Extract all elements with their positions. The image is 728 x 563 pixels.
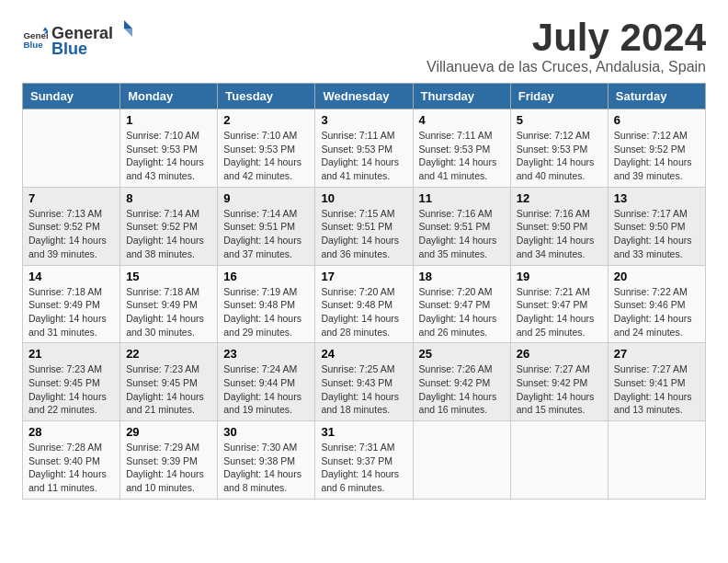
- calendar-cell: 15Sunrise: 7:18 AM Sunset: 9:49 PM Dayli…: [120, 265, 218, 343]
- day-number: 10: [321, 191, 406, 205]
- calendar-cell: 13Sunrise: 7:17 AM Sunset: 9:50 PM Dayli…: [608, 187, 705, 265]
- col-saturday: Saturday: [608, 84, 705, 109]
- day-number: 3: [321, 113, 406, 127]
- calendar-cell: 30Sunrise: 7:30 AM Sunset: 9:38 PM Dayli…: [218, 421, 315, 500]
- cell-info: Sunrise: 7:18 AM Sunset: 9:49 PM Dayligh…: [126, 285, 211, 339]
- cell-info: Sunrise: 7:12 AM Sunset: 9:53 PM Dayligh…: [517, 129, 602, 183]
- days-of-week-row: Sunday Monday Tuesday Wednesday Thursday…: [23, 84, 706, 109]
- day-number: 11: [419, 191, 505, 205]
- day-number: 5: [517, 113, 602, 127]
- day-number: 16: [223, 270, 309, 283]
- day-number: 25: [419, 347, 505, 361]
- day-number: 13: [614, 191, 700, 205]
- calendar-cell: 4Sunrise: 7:11 AM Sunset: 9:53 PM Daylig…: [413, 109, 510, 188]
- cell-info: Sunrise: 7:22 AM Sunset: 9:46 PM Dayligh…: [614, 285, 700, 339]
- cell-info: Sunrise: 7:27 AM Sunset: 9:42 PM Dayligh…: [517, 362, 602, 417]
- cell-info: Sunrise: 7:18 AM Sunset: 9:49 PM Dayligh…: [28, 285, 114, 339]
- cell-info: Sunrise: 7:28 AM Sunset: 9:40 PM Dayligh…: [28, 441, 114, 495]
- cell-info: Sunrise: 7:23 AM Sunset: 9:45 PM Dayligh…: [28, 362, 114, 417]
- calendar-body: 1Sunrise: 7:10 AM Sunset: 9:53 PM Daylig…: [23, 109, 706, 500]
- calendar-cell: 5Sunrise: 7:12 AM Sunset: 9:53 PM Daylig…: [510, 109, 608, 188]
- calendar-cell: 23Sunrise: 7:24 AM Sunset: 9:44 PM Dayli…: [218, 343, 315, 421]
- title-area: July 2024 Villanueva de las Cruces, Anda…: [427, 18, 706, 75]
- cell-info: Sunrise: 7:21 AM Sunset: 9:47 PM Dayligh…: [517, 285, 602, 339]
- calendar-header: Sunday Monday Tuesday Wednesday Thursday…: [23, 84, 706, 109]
- day-number: 9: [223, 191, 309, 205]
- calendar-cell: 17Sunrise: 7:20 AM Sunset: 9:48 PM Dayli…: [315, 265, 413, 343]
- day-number: 1: [126, 113, 211, 127]
- calendar-cell: 9Sunrise: 7:14 AM Sunset: 9:51 PM Daylig…: [218, 187, 315, 265]
- day-number: 18: [419, 270, 505, 283]
- cell-info: Sunrise: 7:20 AM Sunset: 9:47 PM Dayligh…: [419, 285, 505, 339]
- calendar-cell: 12Sunrise: 7:16 AM Sunset: 9:50 PM Dayli…: [510, 187, 608, 265]
- cell-info: Sunrise: 7:31 AM Sunset: 9:37 PM Dayligh…: [321, 441, 406, 495]
- cell-info: Sunrise: 7:12 AM Sunset: 9:52 PM Dayligh…: [614, 129, 700, 183]
- month-title: July 2024: [427, 18, 706, 57]
- col-wednesday: Wednesday: [315, 84, 413, 109]
- calendar-week-row: 14Sunrise: 7:18 AM Sunset: 9:49 PM Dayli…: [23, 265, 706, 343]
- cell-info: Sunrise: 7:29 AM Sunset: 9:39 PM Dayligh…: [126, 441, 211, 495]
- day-number: 21: [28, 347, 114, 361]
- cell-info: Sunrise: 7:11 AM Sunset: 9:53 PM Dayligh…: [419, 129, 505, 183]
- calendar-cell: 27Sunrise: 7:27 AM Sunset: 9:41 PM Dayli…: [608, 343, 705, 421]
- day-number: 28: [28, 425, 114, 439]
- cell-info: Sunrise: 7:14 AM Sunset: 9:51 PM Dayligh…: [223, 207, 309, 261]
- day-number: 24: [321, 347, 406, 361]
- day-number: 23: [223, 347, 309, 361]
- calendar-cell: 31Sunrise: 7:31 AM Sunset: 9:37 PM Dayli…: [315, 421, 413, 500]
- logo-flag-icon: [114, 18, 134, 39]
- col-friday: Friday: [510, 84, 608, 109]
- cell-info: Sunrise: 7:11 AM Sunset: 9:53 PM Dayligh…: [321, 129, 406, 183]
- cell-info: Sunrise: 7:16 AM Sunset: 9:50 PM Dayligh…: [517, 207, 602, 261]
- calendar-cell: 10Sunrise: 7:15 AM Sunset: 9:51 PM Dayli…: [315, 187, 413, 265]
- calendar-cell: 24Sunrise: 7:25 AM Sunset: 9:43 PM Dayli…: [315, 343, 413, 421]
- day-number: 12: [517, 191, 602, 205]
- svg-marker-4: [124, 20, 132, 29]
- cell-info: Sunrise: 7:10 AM Sunset: 9:53 PM Dayligh…: [223, 129, 309, 183]
- calendar-table: Sunday Monday Tuesday Wednesday Thursday…: [22, 83, 706, 500]
- col-thursday: Thursday: [413, 84, 510, 109]
- day-number: 8: [126, 191, 211, 205]
- cell-info: Sunrise: 7:19 AM Sunset: 9:48 PM Dayligh…: [223, 285, 309, 339]
- calendar-cell: 7Sunrise: 7:13 AM Sunset: 9:52 PM Daylig…: [23, 187, 120, 265]
- calendar-cell: 26Sunrise: 7:27 AM Sunset: 9:42 PM Dayli…: [510, 343, 608, 421]
- cell-info: Sunrise: 7:20 AM Sunset: 9:48 PM Dayligh…: [321, 285, 406, 339]
- calendar-cell: 11Sunrise: 7:16 AM Sunset: 9:51 PM Dayli…: [413, 187, 510, 265]
- location-subtitle: Villanueva de las Cruces, Andalusia, Spa…: [427, 59, 706, 75]
- day-number: 20: [614, 270, 700, 283]
- logo-icon: General Blue: [22, 26, 48, 52]
- svg-marker-2: [42, 27, 48, 30]
- calendar-week-row: 1Sunrise: 7:10 AM Sunset: 9:53 PM Daylig…: [23, 109, 706, 188]
- col-tuesday: Tuesday: [218, 84, 315, 109]
- day-number: 27: [614, 347, 700, 361]
- day-number: 4: [419, 113, 505, 127]
- day-number: 15: [126, 270, 211, 283]
- calendar-cell: 3Sunrise: 7:11 AM Sunset: 9:53 PM Daylig…: [315, 109, 413, 188]
- day-number: 30: [223, 425, 309, 439]
- calendar-cell: 8Sunrise: 7:14 AM Sunset: 9:52 PM Daylig…: [120, 187, 218, 265]
- day-number: 26: [517, 347, 602, 361]
- header: General Blue General Blue July 2024 Vill…: [22, 18, 706, 75]
- day-number: 6: [614, 113, 700, 127]
- cell-info: Sunrise: 7:24 AM Sunset: 9:44 PM Dayligh…: [223, 362, 309, 417]
- cell-info: Sunrise: 7:25 AM Sunset: 9:43 PM Dayligh…: [321, 362, 406, 417]
- calendar-cell: 2Sunrise: 7:10 AM Sunset: 9:53 PM Daylig…: [218, 109, 315, 188]
- calendar-cell: [23, 109, 120, 188]
- cell-info: Sunrise: 7:27 AM Sunset: 9:41 PM Dayligh…: [614, 362, 700, 417]
- calendar-cell: 22Sunrise: 7:23 AM Sunset: 9:45 PM Dayli…: [120, 343, 218, 421]
- cell-info: Sunrise: 7:23 AM Sunset: 9:45 PM Dayligh…: [126, 362, 211, 417]
- cell-info: Sunrise: 7:26 AM Sunset: 9:42 PM Dayligh…: [419, 362, 505, 417]
- calendar-cell: 19Sunrise: 7:21 AM Sunset: 9:47 PM Dayli…: [510, 265, 608, 343]
- day-number: 2: [223, 113, 309, 127]
- cell-info: Sunrise: 7:14 AM Sunset: 9:52 PM Dayligh…: [126, 207, 211, 261]
- cell-info: Sunrise: 7:13 AM Sunset: 9:52 PM Dayligh…: [28, 207, 114, 261]
- day-number: 7: [28, 191, 114, 205]
- day-number: 29: [126, 425, 211, 439]
- calendar-cell: 29Sunrise: 7:29 AM Sunset: 9:39 PM Dayli…: [120, 421, 218, 500]
- calendar-week-row: 21Sunrise: 7:23 AM Sunset: 9:45 PM Dayli…: [23, 343, 706, 421]
- calendar-cell: 18Sunrise: 7:20 AM Sunset: 9:47 PM Dayli…: [413, 265, 510, 343]
- cell-info: Sunrise: 7:10 AM Sunset: 9:53 PM Dayligh…: [126, 129, 211, 183]
- calendar-cell: 6Sunrise: 7:12 AM Sunset: 9:52 PM Daylig…: [608, 109, 705, 188]
- calendar-cell: 14Sunrise: 7:18 AM Sunset: 9:49 PM Dayli…: [23, 265, 120, 343]
- cell-info: Sunrise: 7:30 AM Sunset: 9:38 PM Dayligh…: [223, 441, 309, 495]
